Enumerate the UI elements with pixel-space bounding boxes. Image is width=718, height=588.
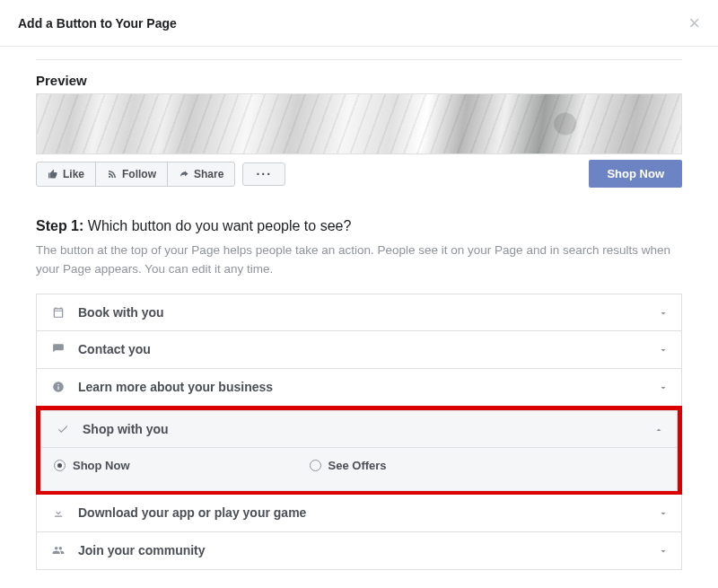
option-label: Learn more about your business: [78, 380, 273, 394]
chat-icon: [49, 343, 67, 355]
chevron-down-icon: [658, 306, 669, 319]
share-label: Share: [194, 168, 223, 180]
highlighted-selection: Shop with you Shop Now See Offers: [36, 406, 682, 496]
radio-icon: [54, 460, 66, 471]
option-book-with-you[interactable]: Book with you: [36, 294, 682, 331]
calendar-icon: [49, 306, 67, 319]
radio-icon: [310, 460, 321, 471]
like-button[interactable]: Like: [37, 162, 96, 186]
download-icon: [49, 506, 67, 519]
group-icon: [49, 544, 67, 557]
chevron-down-icon: [658, 381, 669, 393]
option-contact-you[interactable]: Contact you: [36, 331, 682, 369]
option-label: Book with you: [78, 305, 164, 320]
chevron-down-icon: [658, 506, 669, 519]
radio-see-offers[interactable]: See Offers: [310, 459, 387, 472]
like-label: Like: [63, 168, 84, 180]
step1-prefix: Step 1:: [36, 218, 83, 233]
more-label: ···: [256, 167, 272, 181]
check-icon: [54, 423, 72, 435]
close-icon[interactable]: ×: [688, 13, 700, 33]
shop-sub-options: Shop Now See Offers: [40, 448, 678, 491]
dialog-title: Add a Button to Your Page: [18, 16, 177, 31]
page-actions-row: Like Follow Share ··· Shop Now: [36, 160, 682, 188]
dialog-content: Preview Like Follow Share: [0, 59, 718, 588]
step1-question: Which button do you want people to see?: [83, 218, 351, 233]
radio-label: Shop Now: [73, 459, 130, 472]
follow-button[interactable]: Follow: [96, 162, 168, 186]
step1-description: The button at the top of your Page helps…: [36, 241, 682, 279]
dialog-header: Add a Button to Your Page ×: [0, 0, 718, 47]
radio-label: See Offers: [328, 459, 387, 472]
thumbs-up-icon: [48, 168, 58, 180]
follow-label: Follow: [122, 168, 156, 180]
page-action-group: Like Follow Share: [36, 162, 235, 187]
option-shop-with-you[interactable]: Shop with you: [40, 410, 678, 448]
info-icon: [49, 381, 67, 393]
cta-preview-label: Shop Now: [607, 167, 664, 180]
step1-heading: Step 1: Which button do you want people …: [36, 218, 682, 234]
button-options-list: Book with you Contact you Learn more abo…: [36, 294, 682, 570]
option-label: Join your community: [78, 543, 206, 557]
more-actions-button[interactable]: ···: [242, 162, 285, 186]
share-icon: [179, 168, 189, 180]
radio-shop-now[interactable]: Shop Now: [54, 459, 130, 472]
share-button[interactable]: Share: [168, 162, 234, 186]
chevron-down-icon: [658, 343, 669, 355]
option-download-app[interactable]: Download your app or play your game: [36, 495, 682, 532]
cover-photo-preview: [36, 93, 682, 154]
option-label: Shop with you: [83, 422, 169, 436]
rss-icon: [107, 168, 118, 180]
option-label: Download your app or play your game: [78, 505, 306, 520]
preview-label: Preview: [36, 73, 682, 88]
chevron-down-icon: [658, 544, 669, 557]
option-label: Contact you: [78, 342, 151, 356]
chevron-up-icon: [653, 423, 664, 435]
cta-preview-button[interactable]: Shop Now: [589, 160, 682, 188]
option-learn-more[interactable]: Learn more about your business: [36, 369, 682, 407]
option-join-community[interactable]: Join your community: [36, 532, 682, 570]
